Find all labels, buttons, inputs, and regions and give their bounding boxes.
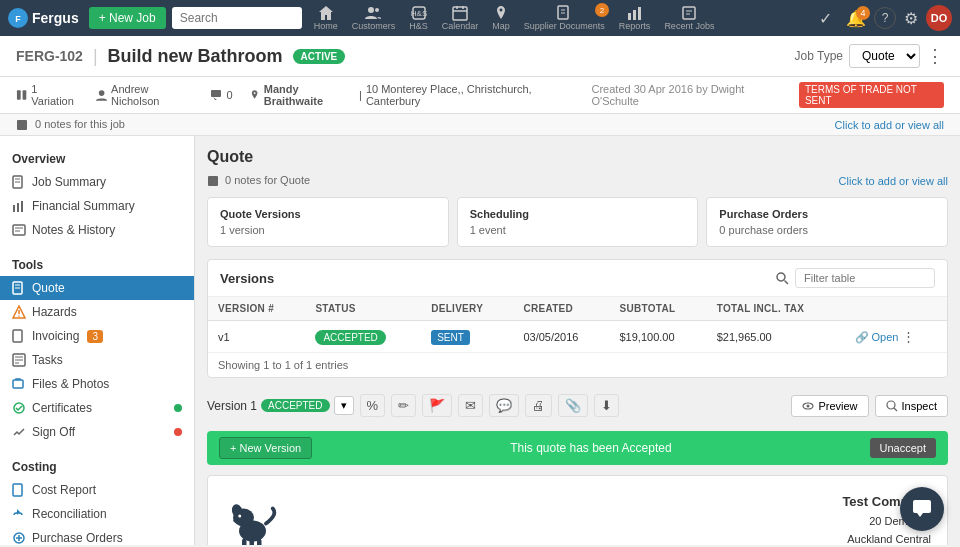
nav-map[interactable]: Map xyxy=(486,3,516,33)
sidebar-item-reconciliation[interactable]: Reconciliation xyxy=(0,502,194,526)
filter-input[interactable] xyxy=(795,268,935,288)
fergus-dog-logo xyxy=(224,492,284,545)
app-logo[interactable]: F Fergus xyxy=(8,8,79,28)
svg-point-63 xyxy=(233,519,237,523)
print-icon-button[interactable]: 🖨 xyxy=(525,394,552,417)
flag-icon-button[interactable]: 🚩 xyxy=(422,394,452,417)
sidebar-item-quote[interactable]: Quote xyxy=(0,276,194,300)
sidebar-item-files-photos[interactable]: Files & Photos xyxy=(0,372,194,396)
sidebar-item-label: Notes & History xyxy=(32,223,115,237)
versions-title: Versions xyxy=(220,271,274,286)
preview-button[interactable]: Preview xyxy=(791,395,868,417)
preview-header: Fergus Test Company 20 Demo Rd Auckland … xyxy=(224,492,931,545)
sidebar-item-certificates[interactable]: Certificates xyxy=(0,396,194,420)
svg-rect-16 xyxy=(683,7,695,19)
download-icon-button[interactable]: ⬇ xyxy=(594,394,619,417)
client-name: Mandy Braithwaite xyxy=(264,83,355,107)
sidebar-item-job-summary[interactable]: Job Summary xyxy=(0,170,194,194)
svg-point-50 xyxy=(777,273,785,281)
col-version: VERSION # xyxy=(208,297,305,321)
sidebar-item-label: Purchase Orders xyxy=(32,531,123,545)
edit-icon-button[interactable]: ✏ xyxy=(391,394,416,417)
job-more-button[interactable]: ⋮ xyxy=(926,45,944,67)
quote-notes-text: 0 notes for Quote xyxy=(207,174,310,187)
svg-rect-22 xyxy=(211,90,221,97)
sidebar-item-purchase-orders[interactable]: Purchase Orders xyxy=(0,526,194,545)
eye-icon xyxy=(802,400,814,412)
quote-preview: Fergus Test Company 20 Demo Rd Auckland … xyxy=(207,475,948,545)
terms-badge[interactable]: TERMS OF TRADE NOT SENT xyxy=(799,82,944,108)
svg-point-54 xyxy=(887,401,895,409)
nav-recent-jobs[interactable]: Recent Jobs xyxy=(658,3,720,33)
sidebar-item-sign-off[interactable]: Sign Off xyxy=(0,420,194,444)
svg-line-55 xyxy=(894,408,897,411)
sidebar-item-tasks[interactable]: Tasks xyxy=(0,348,194,372)
notes-action[interactable]: Click to add or view all xyxy=(835,119,944,131)
svg-text:H&S: H&S xyxy=(411,9,427,18)
main-layout: Overview Job Summary Financial Summary N… xyxy=(0,136,960,545)
svg-rect-45 xyxy=(13,484,22,496)
nav-home[interactable]: Home xyxy=(308,3,344,33)
new-job-button[interactable]: + New Job xyxy=(89,7,166,29)
nav-calendar[interactable]: Calendar xyxy=(436,3,485,33)
sidebar-item-invoicing[interactable]: Invoicing 3 xyxy=(0,324,194,348)
scheduling-card: Scheduling 1 event xyxy=(457,197,699,247)
cell-delivery: SENT xyxy=(421,321,513,353)
settings-button[interactable]: ⚙ xyxy=(898,6,924,31)
col-total: TOTAL INCL. TAX xyxy=(707,297,845,321)
card-value: 1 event xyxy=(470,224,686,236)
version-toolbar: Version 1 ACCEPTED ▾ % ✏ 🚩 ✉ 💬 🖨 📎 ⬇ Pre… xyxy=(207,388,948,423)
nav-icon-buttons: ✓ 🔔 4 ? ⚙ DO xyxy=(813,5,952,31)
sidebar-item-cost-report[interactable]: Cost Report xyxy=(0,478,194,502)
card-title: Scheduling xyxy=(470,208,686,220)
invoicing-badge: 3 xyxy=(87,330,103,343)
signoff-dot xyxy=(174,428,182,436)
app-name: Fergus xyxy=(32,10,79,26)
nav-reports[interactable]: Reports xyxy=(613,3,657,33)
job-type-label: Job Type xyxy=(795,49,843,63)
sidebar-item-hazards[interactable]: Hazards xyxy=(0,300,194,324)
cell-subtotal: $19,100.00 xyxy=(610,321,707,353)
user-avatar[interactable]: DO xyxy=(926,5,952,31)
help-button[interactable]: ? xyxy=(874,7,896,29)
search-input[interactable] xyxy=(172,7,302,29)
sent-badge: SENT xyxy=(431,330,470,345)
nav-supplier-docs[interactable]: Supplier Documents 2 xyxy=(518,3,611,33)
card-title: Purchase Orders xyxy=(719,208,935,220)
sidebar-item-label: Files & Photos xyxy=(32,377,109,391)
svg-rect-28 xyxy=(17,203,19,212)
percent-icon-button[interactable]: % xyxy=(360,394,386,417)
chat-widget[interactable] xyxy=(900,487,944,531)
comments-count: 0 xyxy=(226,89,232,101)
svg-rect-15 xyxy=(638,7,641,20)
unaccept-button[interactable]: Unaccept xyxy=(870,438,936,458)
open-button[interactable]: 🔗 Open xyxy=(855,331,899,344)
row-more-button[interactable]: ⋮ xyxy=(902,329,915,344)
svg-text:F: F xyxy=(15,14,21,24)
col-action xyxy=(845,297,948,321)
inspect-button[interactable]: Inspect xyxy=(875,395,948,417)
col-subtotal: SUBTOTAL xyxy=(610,297,707,321)
attach-icon-button[interactable]: 📎 xyxy=(558,394,588,417)
svg-rect-29 xyxy=(21,201,23,212)
chat-icon-button[interactable]: 💬 xyxy=(489,394,519,417)
sidebar-item-financial-summary[interactable]: Financial Summary xyxy=(0,194,194,218)
search-icon xyxy=(775,271,789,285)
notes-row: 0 notes for this job Click to add or vie… xyxy=(0,114,960,136)
check-button[interactable]: ✓ xyxy=(813,6,838,31)
version-dropdown[interactable]: ▾ xyxy=(334,396,354,415)
sidebar-item-label: Cost Report xyxy=(32,483,96,497)
sidebar-item-label: Financial Summary xyxy=(32,199,135,213)
sidebar-item-notes-history[interactable]: Notes & History xyxy=(0,218,194,242)
nav-has[interactable]: H&S H&S xyxy=(403,3,434,33)
versions-panel: Versions VERSION # STATUS DELIVERY CREAT… xyxy=(207,259,948,378)
svg-line-51 xyxy=(785,281,789,285)
sidebar-item-label: Quote xyxy=(32,281,65,295)
email-icon-button[interactable]: ✉ xyxy=(458,394,483,417)
svg-rect-64 xyxy=(913,500,931,513)
nav-customers[interactable]: Customers xyxy=(346,3,402,33)
job-type-select[interactable]: Quote xyxy=(849,44,920,68)
info-cards: Quote Versions 1 version Scheduling 1 ev… xyxy=(207,197,948,247)
quote-notes-action[interactable]: Click to add or view all xyxy=(839,175,948,187)
new-version-button[interactable]: + New Version xyxy=(219,437,312,459)
